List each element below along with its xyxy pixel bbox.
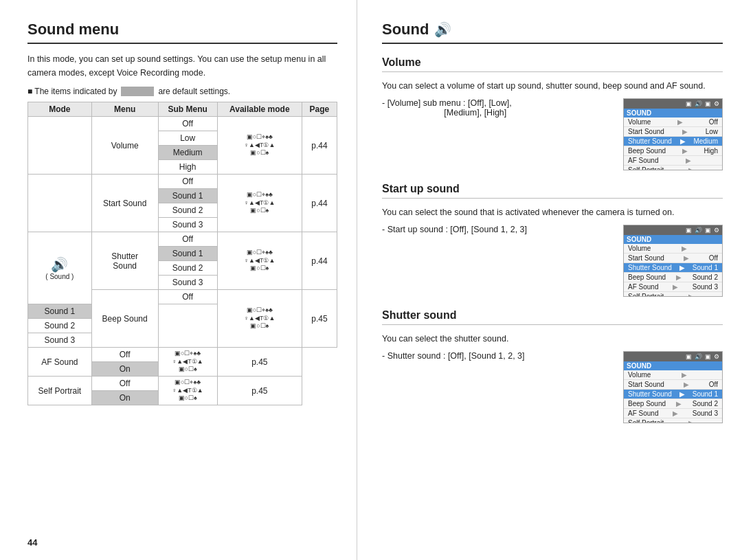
section-shutter-sound: Shutter sound You can select the shutter…: [382, 309, 723, 423]
section-volume: Volume You can select a volume of start …: [382, 56, 723, 170]
menu-af-sound: AF Sound: [28, 348, 92, 377]
cam-title: SOUND: [624, 109, 722, 117]
mode-speaker: 🔊 ( Sound ): [28, 232, 92, 304]
sub-shutter-sound1: Sound 1: [158, 247, 217, 261]
page-p45-sp: p.45: [217, 377, 302, 405]
available-mode-icons-4: ▣○☐⌖♠♣♀▲◀T①▲▣○☐♠: [217, 290, 302, 348]
sub-self-on: On: [91, 391, 158, 405]
table-row: Volume Off ▣○☐⌖♠♣♀▲◀T①▲▣○☐♠ p.44: [28, 117, 337, 131]
cam-row: Start Sound▶Low: [624, 127, 722, 137]
section-startup-title: Start up sound: [382, 183, 723, 199]
table-row: Self Portrait Off ▣○☐⌖♠♣♀▲◀T①▲▣○☐♠ p.45: [28, 377, 337, 391]
cam-row: Self Portrait▶: [624, 292, 722, 297]
cam-header-2: ▣🔊▣⚙: [624, 225, 722, 235]
section-volume-sub: - [Volume] sub menu : [Off], [Low], [Med…: [382, 98, 723, 170]
sub-self-off: Off: [91, 377, 158, 391]
cam-title-3: SOUND: [624, 361, 722, 370]
section-startup-desc: You can select the sound that is activat…: [382, 205, 723, 219]
page-p44-ss: p.44: [302, 175, 337, 232]
cam-row: Self Portrait▶: [624, 166, 722, 170]
table-row: AF Sound Off ▣○☐⌖♠♣♀▲◀T①▲▣○☐♠ p.45: [28, 348, 337, 362]
section-startup-sub: - Start up sound : [Off], [Sound 1, 2, 3…: [382, 225, 723, 297]
sub-af-on: On: [91, 362, 158, 377]
volume-sub-text: - [Volume] sub menu : [Off], [Low], [Med…: [382, 98, 616, 117]
cam-header-3: ▣🔊▣⚙: [624, 352, 722, 361]
cam-row: AF Sound▶: [624, 156, 722, 166]
mode-cell-2: [28, 175, 92, 232]
cam-row: Beep Sound▶Sound 2: [624, 399, 722, 409]
available-mode-icons: ▣○☐⌖♠♣♀▲◀T①▲▣○☐♠: [217, 117, 302, 175]
cam-row: Beep Sound▶High: [624, 146, 722, 156]
cam-row: Volume▶Off: [624, 117, 722, 127]
cam-row: Beep Sound▶Sound 2: [624, 273, 722, 282]
cam-title-2: SOUND: [624, 235, 722, 244]
sub-off-3: Off: [158, 232, 217, 247]
page-p44-vol: p.44: [302, 117, 337, 175]
right-panel: Sound 🔊 Volume You can select a volume o…: [357, 0, 742, 560]
sub-af-off: Off: [91, 348, 158, 362]
sub-sound1: Sound 1: [158, 189, 217, 203]
right-title: Sound 🔊: [382, 21, 723, 44]
mode-cell: [28, 117, 92, 175]
sub-low: Low: [158, 131, 217, 146]
default-note: ■ The items indicated by are default set…: [27, 87, 337, 96]
sub-medium: Medium: [158, 146, 217, 160]
available-mode-icons-3: ▣○☐⌖♠♣♀▲◀T①▲▣○☐♠: [217, 232, 302, 290]
menu-self-portrait: Self Portrait: [28, 377, 92, 405]
sub-shutter-sound2: Sound 2: [158, 261, 217, 276]
col-mode: Mode: [28, 102, 92, 117]
sub-beep-sound3: Sound 3: [28, 333, 92, 348]
menu-table: Mode Menu Sub Menu Available mode Page V…: [27, 102, 337, 405]
cam-row: Start Sound▶Off: [624, 380, 722, 390]
section-shutter-title: Shutter sound: [382, 309, 723, 325]
right-title-text: Sound: [382, 21, 429, 38]
default-box: [121, 87, 154, 96]
cam-header: ▣🔊▣⚙: [624, 99, 722, 109]
default-note-suffix: are default settings.: [158, 87, 230, 96]
available-mode-icons-5: ▣○☐⌖♠♣♀▲◀T①▲▣○☐♠: [158, 348, 217, 377]
available-mode-icons-6: ▣○☐⌖♠♣♀▲◀T①▲▣○☐♠: [158, 377, 217, 405]
sub-beep-off: Off: [158, 290, 217, 304]
cam-preview-startup: ▣🔊▣⚙ SOUND Volume▶ Start Sound▶Off Shutt…: [623, 225, 723, 297]
default-note-prefix: ■ The items indicated by: [27, 87, 117, 96]
page-p44-shs: p.44: [302, 232, 337, 290]
cam-row: Volume▶: [624, 244, 722, 254]
cam-row: Start Sound▶Off: [624, 254, 722, 263]
shutter-sub-text: - Shutter sound : [Off], [Sound 1, 2, 3]: [382, 351, 616, 361]
sub-off-2: Off: [158, 175, 217, 189]
startup-sub-text: - Start up sound : [Off], [Sound 1, 2, 3…: [382, 225, 616, 234]
sub-shutter-sound3: Sound 3: [158, 276, 217, 290]
left-panel: Sound menu In this mode, you can set up …: [0, 0, 357, 560]
menu-beep-sound: Beep Sound: [91, 290, 158, 348]
section-startup-sound: Start up sound You can select the sound …: [382, 183, 723, 297]
sound-icon: 🔊: [434, 21, 451, 38]
menu-volume: Volume: [91, 117, 158, 175]
col-page: Page: [302, 102, 337, 117]
section-shutter-desc: You can select the shutter sound.: [382, 332, 723, 346]
cam-row: Volume▶: [624, 370, 722, 380]
cam-row-highlighted: Shutter Sound▶Sound 1: [624, 263, 722, 273]
sub-beep-sound1: Sound 1: [28, 304, 92, 319]
section-volume-desc: You can select a volume of start up soun…: [382, 79, 723, 93]
cam-row: AF Sound▶Sound 3: [624, 409, 722, 418]
left-title: Sound menu: [27, 21, 337, 44]
table-row: Start Sound Off ▣○☐⌖♠♣♀▲◀T①▲▣○☐♠ p.44: [28, 175, 337, 189]
section-shutter-sub: - Shutter sound : [Off], [Sound 1, 2, 3]…: [382, 351, 723, 423]
col-menu: Menu: [91, 102, 158, 117]
intro-text: In this mode, you can set up sound setti…: [27, 52, 337, 80]
cam-preview-shutter: ▣🔊▣⚙ SOUND Volume▶ Start Sound▶Off Shutt…: [623, 351, 723, 423]
page-p45-af: p.45: [217, 348, 302, 377]
sub-sound2: Sound 2: [158, 203, 217, 218]
cam-row-highlighted: Shutter Sound▶Sound 1: [624, 390, 722, 399]
col-submenu: Sub Menu: [158, 102, 217, 117]
page-number: 44: [27, 537, 37, 548]
sub-sound3: Sound 3: [158, 218, 217, 232]
cam-row-highlighted: Shutter Sound▶Medium: [624, 137, 722, 146]
cam-row: AF Sound▶Sound 3: [624, 282, 722, 292]
menu-shutter-sound: ShutterSound: [91, 232, 158, 290]
menu-start-sound: Start Sound: [91, 175, 158, 232]
available-mode-icons-2: ▣○☐⌖♠♣♀▲◀T①▲▣○☐♠: [217, 175, 302, 232]
sub-off: Off: [158, 117, 217, 131]
cam-preview-volume: ▣🔊▣⚙ SOUND Volume▶Off Start Sound▶Low Sh…: [623, 98, 723, 170]
sub-beep-sound2: Sound 2: [28, 319, 92, 333]
